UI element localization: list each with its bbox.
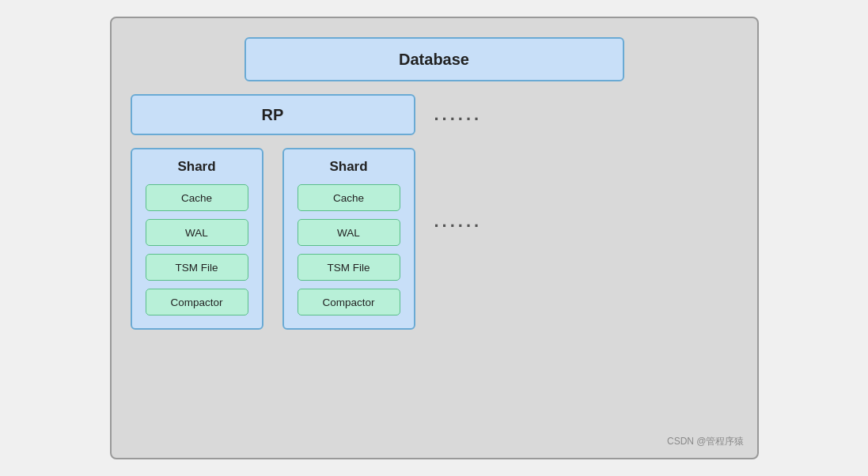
shard-2-title: Shard xyxy=(329,159,367,175)
rp-label: RP xyxy=(262,106,284,124)
shards-row: Shard Cache WAL TSM File Compactor Shard… xyxy=(131,148,738,330)
outer-container: Database RP ...... Shard Cache WAL TSM F… xyxy=(110,17,759,459)
shard-2-cache: Cache xyxy=(298,184,400,211)
shards-dots: ...... xyxy=(434,211,483,232)
rp-row: RP ...... xyxy=(131,94,738,135)
shard-1-wal: WAL xyxy=(146,219,248,246)
shard-box-2: Shard Cache WAL TSM File Compactor xyxy=(282,148,415,330)
rp-box: RP xyxy=(131,94,415,135)
shard-2-tsm: TSM File xyxy=(298,254,400,281)
shard-1-compactor: Compactor xyxy=(146,289,248,315)
shard-box-1: Shard Cache WAL TSM File Compactor xyxy=(131,148,263,330)
database-box: Database xyxy=(244,37,624,81)
shard-1-cache: Cache xyxy=(146,184,248,211)
shard-2-compactor: Compactor xyxy=(298,289,400,315)
rp-dots: ...... xyxy=(434,104,483,125)
shard-1-tsm: TSM File xyxy=(146,254,248,281)
shard-1-title: Shard xyxy=(177,159,215,175)
database-label: Database xyxy=(399,51,469,69)
watermark: CSDN @管程序猿 xyxy=(667,435,745,448)
shard-2-wal: WAL xyxy=(298,219,400,246)
